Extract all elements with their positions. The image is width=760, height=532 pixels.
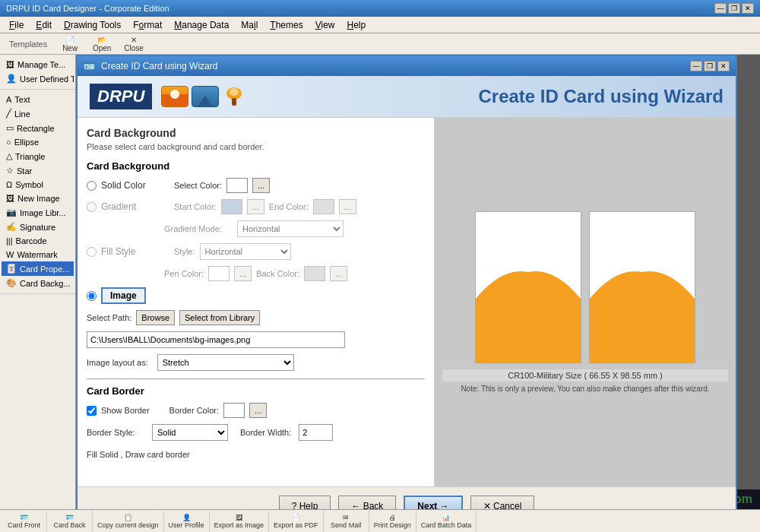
copy-design-btn[interactable]: 📋 Copy current design	[93, 511, 164, 532]
tool-rectangle[interactable]: ▭Rectangle	[2, 121, 74, 135]
image-radio[interactable]	[87, 291, 97, 301]
menu-file[interactable]: File	[3, 18, 30, 32]
preview-cards	[475, 211, 695, 363]
modal-close-btn[interactable]: ✕	[717, 61, 730, 71]
open-btn[interactable]: 📂 Open	[87, 36, 117, 52]
user-profile-btn[interactable]: 👤 User Profile	[164, 511, 210, 532]
menu-themes[interactable]: Themes	[264, 18, 309, 32]
gradient-start-color-box[interactable]	[221, 199, 242, 214]
manage-templates-item[interactable]: 🖼 Manage Te...	[2, 58, 74, 71]
fill-style-label[interactable]: Fill Style	[101, 246, 169, 257]
modal-minimize-btn[interactable]: —	[690, 61, 702, 71]
print-design-btn[interactable]: 🖨 Print Design	[369, 511, 416, 532]
copy-design-label: Copy current design	[97, 521, 159, 529]
tool-text[interactable]: AText	[2, 93, 74, 106]
show-border-checkbox[interactable]	[87, 406, 97, 416]
tool-symbol[interactable]: ΩSymbol	[2, 178, 74, 192]
maximize-btn[interactable]: ❐	[728, 3, 740, 14]
tool-card-properties[interactable]: 🃏Card Prope...	[2, 261, 74, 276]
gradient-end-color-box[interactable]	[313, 199, 334, 214]
image-layout-select[interactable]: Stretch	[157, 354, 294, 371]
user-defined-item[interactable]: 👤 User Defined Te...	[2, 71, 74, 86]
tool-new-image[interactable]: 🖼New Image	[2, 192, 74, 205]
menu-view[interactable]: View	[309, 18, 341, 32]
new-btn[interactable]: 📄 New	[55, 36, 85, 52]
menu-mail[interactable]: Mail	[235, 18, 264, 32]
border-width-input[interactable]	[299, 424, 333, 441]
card-properties-icon: 🃏	[6, 264, 17, 274]
border-style-select[interactable]: Solid	[152, 424, 228, 441]
gradient-radio[interactable]	[87, 202, 97, 212]
export-image-btn[interactable]: 🖼 Export as Image	[210, 511, 270, 532]
show-border-row: Show Border Border Color: ...	[87, 403, 425, 418]
menu-help[interactable]: Help	[341, 18, 372, 32]
preview-card-back	[589, 211, 695, 363]
fill-style-radio[interactable]	[87, 247, 97, 257]
user-profile-icon: 👤	[182, 514, 191, 521]
minimize-btn[interactable]: —	[714, 3, 727, 14]
gradient-label[interactable]: Gradient	[101, 201, 169, 212]
new-label: New	[62, 44, 78, 52]
browse-btn[interactable]: Browse	[136, 310, 175, 325]
form-subtext: Please select card background and card b…	[87, 142, 425, 151]
solid-color-dots-btn[interactable]: ...	[252, 178, 270, 193]
tool-star[interactable]: ☆Star	[2, 163, 74, 178]
border-color-box[interactable]	[223, 403, 245, 418]
barcode-icon: |||	[6, 236, 13, 245]
card-background-icon: 🎨	[6, 278, 17, 288]
image-label[interactable]: Image	[101, 287, 146, 304]
modal-maximize-btn[interactable]: ❐	[704, 61, 716, 71]
card-front-btn[interactable]: 🪪 Card Front	[2, 511, 47, 532]
select-from-library-btn[interactable]: Select from Library	[179, 310, 260, 325]
close-btn[interactable]: ✕	[742, 3, 754, 14]
tool-line[interactable]: ╱Line	[2, 106, 74, 121]
preview-card-front	[475, 211, 581, 363]
send-mail-label: Send Mail	[331, 521, 361, 529]
solid-color-box[interactable]	[226, 178, 248, 193]
gradient-start-dots-btn[interactable]: ...	[247, 199, 264, 214]
style-label: Style:	[174, 247, 195, 256]
tool-card-background[interactable]: 🎨Card Backg...	[2, 276, 74, 290]
form-heading: Card Background	[87, 127, 425, 139]
help-btn[interactable]: ? Help	[279, 496, 331, 510]
tool-barcode[interactable]: |||Barcode	[2, 234, 74, 248]
back-color-box[interactable]	[304, 266, 325, 281]
menu-manage-data[interactable]: Manage Data	[168, 18, 235, 32]
tool-triangle[interactable]: △Triangle	[2, 149, 74, 163]
fill-style-select[interactable]: Horizontal	[200, 243, 291, 260]
gradient-mode-select[interactable]: Horizontal	[237, 220, 344, 237]
back-btn[interactable]: ← Back	[338, 496, 396, 510]
templates-label: Templates	[3, 40, 53, 49]
close-toolbar-btn[interactable]: ✕ Close	[119, 36, 149, 52]
tool-ellipse[interactable]: ○Ellipse	[2, 135, 74, 149]
export-pdf-btn[interactable]: 📄 Export as PDF	[269, 511, 324, 532]
tool-watermark[interactable]: WWatermark	[2, 248, 74, 261]
border-color-dots-btn[interactable]: ...	[249, 403, 267, 418]
export-pdf-icon: 📄	[292, 514, 300, 521]
tool-image-library[interactable]: 📷Image Libr...	[2, 205, 74, 220]
menu-drawing-tools[interactable]: Drawing Tools	[58, 18, 127, 32]
card-back-btn[interactable]: 🪪 Card Back	[47, 511, 93, 532]
show-border-label[interactable]: Show Border	[101, 406, 150, 415]
cancel-btn[interactable]: ✕ Cancel	[470, 496, 535, 510]
modal-preview: CR100-Military Size ( 66.55 X 98.55 mm )…	[435, 118, 736, 486]
path-input[interactable]	[87, 331, 345, 348]
pen-color-box[interactable]	[208, 266, 230, 281]
back-color-dots-btn[interactable]: ...	[330, 266, 347, 281]
pen-color-dots-btn[interactable]: ...	[234, 266, 252, 281]
tool-signature[interactable]: ✍Signature	[2, 220, 74, 234]
solid-color-radio[interactable]	[87, 181, 97, 191]
modal-titlebar-controls: — ❐ ✕	[690, 61, 730, 71]
user-defined-label: User Defined Te...	[20, 74, 74, 84]
menu-format[interactable]: Format	[127, 18, 168, 32]
border-style-label: Border Style:	[87, 428, 147, 437]
wizard-modal: 🪪 Create ID Card using Wizard — ❐ ✕ DRPU	[76, 55, 737, 509]
send-mail-btn[interactable]: ✉ Send Mail	[324, 511, 369, 532]
menu-edit[interactable]: Edit	[30, 18, 58, 32]
next-btn[interactable]: Next →	[404, 496, 462, 510]
card-batch-data-btn[interactable]: 📊 Card Batch Data	[416, 511, 477, 532]
gradient-end-dots-btn[interactable]: ...	[339, 199, 356, 214]
modal-header: DRPU	[78, 76, 736, 118]
solid-color-label[interactable]: Solid Color	[101, 180, 169, 191]
left-panel: 🖼 Manage Te... 👤 User Defined Te... ATex…	[0, 55, 76, 509]
